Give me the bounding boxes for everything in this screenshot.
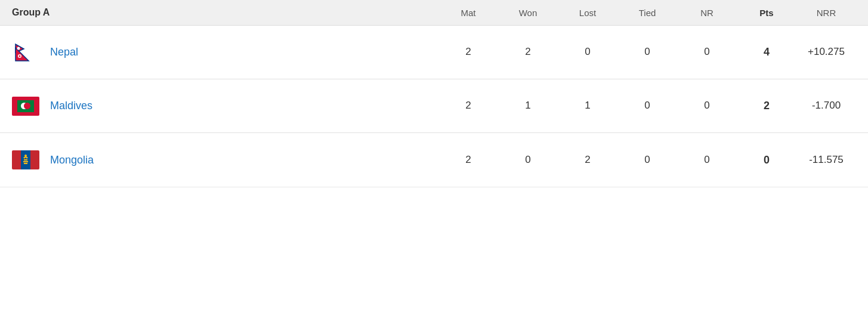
nepal-mat: 2 bbox=[438, 46, 498, 58]
mongolia-lost: 2 bbox=[558, 154, 617, 166]
maldives-won: 1 bbox=[498, 100, 558, 112]
col-header-nr: NR bbox=[677, 8, 737, 18]
nepal-flag bbox=[12, 43, 39, 62]
maldives-stats: 2 1 1 0 0 2 -1.700 bbox=[438, 100, 856, 112]
svg-rect-9 bbox=[24, 163, 27, 164]
maldives-tied: 0 bbox=[617, 100, 677, 112]
nepal-pts: 4 bbox=[737, 46, 796, 58]
scroll-area bbox=[0, 187, 868, 199]
svg-point-3 bbox=[17, 47, 20, 50]
team-row-maldives: Maldives 2 1 1 0 0 2 -1.700 bbox=[0, 79, 868, 133]
maldives-nr: 0 bbox=[677, 100, 737, 112]
team-row-nepal: Nepal 2 2 0 0 0 4 +10.275 bbox=[0, 26, 868, 79]
group-name: Group A bbox=[12, 7, 438, 18]
nepal-team-name[interactable]: Nepal bbox=[50, 46, 78, 58]
nepal-nrr: +10.275 bbox=[796, 46, 856, 58]
nepal-lost: 0 bbox=[558, 46, 617, 58]
header-row: Group A Mat Won Lost Tied NR Pts NRR bbox=[0, 0, 868, 26]
mongolia-mat: 2 bbox=[438, 154, 498, 166]
mongolia-stats: 2 0 2 0 0 0 -11.575 bbox=[438, 154, 856, 166]
col-header-nrr: NRR bbox=[796, 8, 856, 18]
header-columns: Mat Won Lost Tied NR Pts NRR bbox=[438, 8, 856, 18]
nepal-nr: 0 bbox=[677, 46, 737, 58]
mongolia-tied: 0 bbox=[617, 154, 677, 166]
team-info-mongolia: Mongolia bbox=[12, 150, 438, 169]
standings-table: Group A Mat Won Lost Tied NR Pts NRR bbox=[0, 0, 868, 187]
col-header-pts: Pts bbox=[737, 8, 796, 18]
maldives-flag bbox=[12, 97, 39, 116]
team-row-mongolia: Mongolia 2 0 2 0 0 0 -11.575 bbox=[0, 133, 868, 187]
maldives-lost: 1 bbox=[558, 100, 617, 112]
mongolia-flag bbox=[12, 150, 39, 169]
nepal-won: 2 bbox=[498, 46, 558, 58]
svg-rect-8 bbox=[23, 161, 28, 162]
mongolia-nr: 0 bbox=[677, 154, 737, 166]
maldives-nrr: -1.700 bbox=[796, 100, 856, 112]
svg-point-5 bbox=[19, 55, 21, 57]
mongolia-pts: 0 bbox=[737, 154, 796, 166]
nepal-stats: 2 2 0 0 0 4 +10.275 bbox=[438, 46, 856, 58]
col-header-lost: Lost bbox=[558, 8, 617, 18]
col-header-tied: Tied bbox=[617, 8, 677, 18]
mongolia-team-name[interactable]: Mongolia bbox=[50, 154, 94, 166]
maldives-team-name[interactable]: Maldives bbox=[50, 100, 92, 112]
mongolia-won: 0 bbox=[498, 154, 558, 166]
col-header-mat: Mat bbox=[438, 8, 498, 18]
maldives-pts: 2 bbox=[737, 100, 796, 112]
maldives-mat: 2 bbox=[438, 100, 498, 112]
mongolia-nrr: -11.575 bbox=[796, 154, 856, 166]
svg-rect-7 bbox=[24, 159, 27, 160]
team-info-maldives: Maldives bbox=[12, 97, 438, 116]
team-info-nepal: Nepal bbox=[12, 43, 438, 62]
col-header-won: Won bbox=[498, 8, 558, 18]
nepal-tied: 0 bbox=[617, 46, 677, 58]
